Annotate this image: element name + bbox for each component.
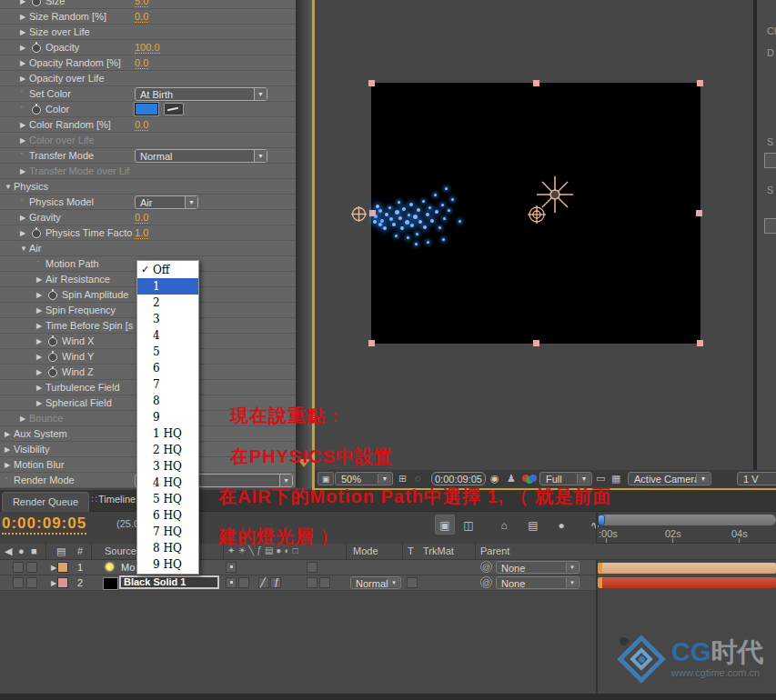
switch-box[interactable] [319,577,330,588]
trkmat-column-header[interactable]: TrkMat [423,545,454,556]
effect-point-icon[interactable] [351,206,367,222]
parent-pickwhip-icon[interactable]: @ [480,561,492,573]
expand-arrow-icon[interactable]: ▶ [20,0,25,5]
stopwatch-icon[interactable] [48,337,57,346]
expand-arrow-icon[interactable]: ▶ [5,461,10,469]
expand-arrow-icon[interactable]: ▶ [20,59,25,67]
expand-arrow-icon[interactable]: ▶ [36,291,42,299]
stopwatch-icon[interactable] [48,368,57,377]
stopwatch-icon[interactable] [32,229,41,238]
selection-handle[interactable] [368,340,375,346]
audio-switch[interactable] [26,577,37,588]
video-switch[interactable] [13,562,24,573]
property-value[interactable]: 0.0 [135,57,148,69]
timeline-top-scrollbar[interactable] [598,515,776,525]
selection-handle[interactable] [697,340,703,346]
selection-handle[interactable] [533,340,539,346]
expand-arrow-icon[interactable]: ▶ [36,384,42,392]
effects-switch[interactable] [270,577,281,588]
layer-name[interactable]: Mo [121,562,135,573]
effect-row-physics-time-facto[interactable]: ▶Physics Time Facto1.0 [0,225,296,241]
expand-arrow-icon[interactable]: ▶ [20,28,25,36]
property-value[interactable]: 5.0 [135,0,148,7]
selection-handle[interactable] [369,210,376,216]
menu-item-2[interactable]: 2 [137,295,198,311]
property-value[interactable]: 0.0 [135,212,148,224]
property-value[interactable]: 0.0 [135,11,148,23]
mask-visibility-icon[interactable]: ◌ [415,473,421,484]
property-value[interactable]: 100.0 [135,42,160,54]
switch-box[interactable] [307,562,317,573]
channel-icon[interactable] [522,475,537,484]
stopwatch-icon[interactable] [32,44,41,53]
show-snapshot-icon[interactable]: ♟ [507,473,516,485]
stopwatch-icon[interactable] [32,0,41,6]
selection-handle[interactable] [697,80,703,86]
label-color-swatch[interactable] [57,577,68,588]
menu-item-7-hq[interactable]: 7 HQ [137,524,198,540]
time-ruler[interactable]: :00s02s04s [597,527,776,544]
draft-3d-icon[interactable]: ◫ [459,515,479,535]
menu-item-3[interactable]: 3 [137,311,198,327]
expand-arrow-icon[interactable]: ▶ [20,75,25,83]
collapse-switch[interactable] [226,562,237,573]
parent-dropdown[interactable]: None▼ [496,576,579,589]
effect-row-color-over-life[interactable]: ▶Color over Life [0,133,296,148]
expand-arrow[interactable]: ▶ [51,579,56,587]
menu-item-7[interactable]: 7 [137,376,198,393]
effect-row-transfer-mode-over-lif[interactable]: ▶Transfer Mode over Lif [0,164,296,179]
menu-item-8-hq[interactable]: 8 HQ [137,540,198,556]
expand-arrow-icon[interactable]: ▶ [20,136,25,145]
selection-handle[interactable] [368,80,375,86]
effect-row-gravity[interactable]: ▶Gravity0.0 [0,210,296,225]
audio-column-icon[interactable]: ◀ [5,545,12,557]
color-swatch[interactable] [135,103,158,115]
effect-row-size-random[interactable]: ▶Size Random [%]0.0 [0,9,296,25]
layer-name-editbox[interactable]: Black Solid 1 [119,575,219,589]
region-of-interest-icon[interactable]: ▭ [596,473,605,485]
motion-blur-icon[interactable]: ● [551,515,571,535]
solo-column-icon[interactable]: ● [18,545,25,556]
frame-blending-icon[interactable]: ▤ [523,515,543,535]
expand-arrow-icon[interactable]: ▶ [20,214,25,222]
selection-handle[interactable] [533,80,539,86]
quality-switch[interactable] [258,577,269,588]
label-color-swatch[interactable] [57,562,68,573]
menu-item-6-hq[interactable]: 6 HQ [137,507,198,524]
expand-arrow-icon[interactable]: ▶ [20,121,25,129]
anchor-target-icon[interactable] [528,205,546,224]
menu-item-5-hq[interactable]: 5 HQ [137,491,198,507]
snapshot-camera-icon[interactable]: ◉ [490,473,499,485]
layer2-duration-bar[interactable] [598,577,776,588]
parent-pickwhip-icon[interactable]: @ [480,576,492,588]
effect-row-transfer-mode[interactable]: ·Transfer ModeNormal▼ [0,148,296,164]
menu-item-8[interactable]: 8 [137,393,198,409]
shy-layers-icon[interactable]: ⌂ [494,515,514,535]
expand-arrow-icon[interactable]: ▶ [20,229,25,237]
live-update-icon[interactable]: ▣ [435,515,455,535]
layer-row-1[interactable]: ▶ 1 Mo @ None▼ [0,560,596,575]
property-dropdown[interactable]: Air▼ [135,195,198,209]
layer1-duration-bar[interactable] [598,563,776,574]
effect-row-opacity[interactable]: ▶Opacity100.0 [0,40,296,55]
transparency-grid-icon[interactable]: ▦ [611,473,620,485]
expand-arrow-icon[interactable]: ▼ [5,183,12,191]
layer-row-2[interactable]: ▶ 2 Black Solid 1 Normal▼ @ None▼ [0,575,596,591]
expand-arrow-icon[interactable]: ▶ [20,415,25,423]
parent-dropdown[interactable]: None▼ [496,561,579,574]
menu-item-3-hq[interactable]: 3 HQ [137,458,198,475]
expand-arrow-icon[interactable]: ▶ [20,13,25,21]
expand-arrow-icon[interactable]: ▼ [20,245,27,253]
expand-arrow[interactable]: ▶ [51,564,56,572]
expand-arrow-icon[interactable]: ▶ [5,430,10,438]
view-dropdown[interactable]: Active Camera▼ [628,472,711,485]
label-column-icon[interactable]: ▤ [56,545,66,557]
effect-row-color[interactable]: ·Color [0,102,296,117]
source-column-header[interactable]: Source [105,545,136,556]
switch-box[interactable] [238,577,249,588]
switch-box[interactable] [307,577,317,588]
menu-item-9-hq[interactable]: 9 HQ [137,556,198,573]
video-switch[interactable] [13,577,24,588]
menu-item-4-hq[interactable]: 4 HQ [137,475,198,491]
expand-arrow-icon[interactable]: ▶ [36,337,42,345]
